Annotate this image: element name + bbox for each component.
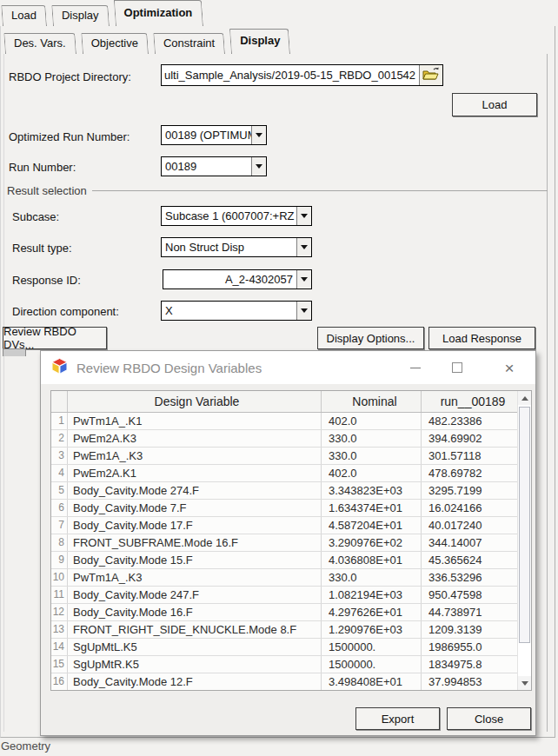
result-type-select[interactable]: Non Struct Disp bbox=[161, 237, 312, 257]
cell-run-value: 478.69782 bbox=[422, 465, 517, 481]
cell-design-variable: SgUpMtL.K5 bbox=[68, 639, 322, 655]
load-button[interactable]: Load bbox=[452, 93, 537, 116]
cell-nominal: 4.587204E+01 bbox=[322, 517, 422, 534]
cell-run-value: 1209.3139 bbox=[422, 621, 517, 638]
chevron-down-icon[interactable] bbox=[296, 302, 311, 320]
chevron-down-icon[interactable] bbox=[296, 238, 311, 256]
occluded-panel-fragment bbox=[3, 348, 26, 356]
review-rbdo-dvs-button[interactable]: Review RBDO DVs... bbox=[3, 327, 107, 349]
scroll-up-icon[interactable] bbox=[518, 391, 531, 405]
tab-des-vars[interactable]: Des. Vars. bbox=[5, 33, 76, 54]
cell-run-value: 301.57118 bbox=[422, 448, 517, 464]
subcase-label: Subcase: bbox=[12, 210, 59, 223]
row-index: 13 bbox=[51, 621, 68, 638]
tab-display-sub[interactable]: Display bbox=[231, 29, 290, 54]
row-index: 11 bbox=[51, 587, 68, 603]
cell-design-variable: FRONT_SUBFRAME.Mode 16.F bbox=[68, 534, 322, 551]
table-row[interactable]: 14 SgUpMtL.K5 1500000. 1986955.0 bbox=[51, 639, 531, 656]
row-index: 9 bbox=[51, 552, 68, 568]
cell-nominal: 1500000. bbox=[322, 656, 422, 673]
table-row[interactable]: 3 PwEm1A_.K3 330.0 301.57118 bbox=[51, 448, 531, 465]
table-row[interactable]: 6 Body_Cavity.Mode 7.F 1.634374E+01 16.0… bbox=[51, 500, 531, 517]
row-index: 14 bbox=[51, 639, 68, 655]
load-response-button[interactable]: Load Response bbox=[428, 327, 535, 349]
design-variables-table: Design Variable Nominal run__00189 1 PwT… bbox=[50, 390, 532, 691]
minimize-button[interactable] bbox=[401, 351, 430, 384]
table-row[interactable]: 15 SgUpMtR.K5 1500000. 1834975.8 bbox=[51, 656, 531, 673]
cell-run-value: 950.47598 bbox=[422, 587, 517, 603]
table-row[interactable]: 4 PwEm2A.K1 402.0 478.69782 bbox=[51, 465, 531, 482]
project-directory-field: ulti_Sample_Analysis/2019-05-15_RBDO_001… bbox=[161, 64, 443, 86]
table-row[interactable]: 12 Body_Cavity.Mode 16.F 4.297626E+01 44… bbox=[51, 604, 531, 621]
open-folder-icon bbox=[422, 67, 441, 84]
cell-nominal: 330.0 bbox=[322, 569, 422, 586]
table-row[interactable]: 9 Body_Cavity.Mode 15.F 4.036808E+01 45.… bbox=[51, 552, 531, 569]
subcase-select[interactable]: Subcase 1 (6007007:+RZ bbox=[161, 206, 312, 226]
project-directory-input[interactable]: ulti_Sample_Analysis/2019-05-15_RBDO_001… bbox=[162, 65, 419, 85]
cell-run-value: 44.738971 bbox=[422, 604, 517, 620]
cell-design-variable: Body_Cavity.Mode 16.F bbox=[68, 604, 322, 620]
cell-design-variable: PwEm2A.K3 bbox=[68, 430, 322, 447]
table-row[interactable]: 5 Body_Cavity.Mode 274.F 3.343823E+03 32… bbox=[51, 482, 531, 500]
chevron-down-icon[interactable] bbox=[251, 157, 266, 176]
cell-design-variable: Body_Cavity.Mode 274.F bbox=[68, 482, 322, 499]
scroll-down-icon[interactable] bbox=[518, 676, 531, 690]
cell-nominal: 330.0 bbox=[322, 448, 422, 464]
scrollbar-thumb[interactable] bbox=[519, 407, 530, 643]
table-row[interactable]: 8 FRONT_SUBFRAME.Mode 16.F 3.290976E+02 … bbox=[51, 534, 531, 552]
tab-load[interactable]: Load bbox=[3, 5, 47, 26]
cell-design-variable: Body_Cavity.Mode 7.F bbox=[68, 500, 322, 516]
close-icon: × bbox=[504, 360, 514, 376]
display-options-button[interactable]: Display Options... bbox=[317, 327, 424, 349]
tab-display[interactable]: Display bbox=[53, 5, 110, 26]
tab-constraint[interactable]: Constraint bbox=[155, 33, 225, 54]
tab-objective[interactable]: Objective bbox=[83, 33, 149, 54]
tab-optimization[interactable]: Optimization bbox=[116, 0, 203, 26]
optimized-run-number-label: Optimized Run Number: bbox=[9, 130, 130, 143]
cell-run-value: 1834975.8 bbox=[422, 656, 517, 673]
chevron-down-icon[interactable] bbox=[251, 126, 266, 144]
chevron-down-icon[interactable] bbox=[296, 207, 311, 225]
vertical-scrollbar[interactable] bbox=[517, 391, 531, 690]
browse-directory-button[interactable] bbox=[419, 65, 442, 85]
col-header-run: run__00189 bbox=[422, 391, 517, 412]
row-index: 6 bbox=[51, 500, 68, 516]
cell-run-value: 45.365624 bbox=[422, 552, 517, 568]
table-row[interactable]: 1 PwTm1A_.K1 402.0 482.23386 bbox=[51, 413, 531, 430]
cell-design-variable: PwEm1A_.K3 bbox=[68, 448, 322, 464]
cell-nominal: 1.290976E+03 bbox=[322, 621, 422, 638]
cell-run-value: 344.14007 bbox=[422, 534, 517, 551]
close-button[interactable]: Close bbox=[447, 707, 531, 730]
result-type-label: Result type: bbox=[12, 242, 72, 255]
response-id-select[interactable]: A_2-4302057 bbox=[163, 269, 312, 289]
table-row[interactable]: 13 FRONT_RIGHT_SIDE_KNUCKLE.Mode 8.F 1.2… bbox=[51, 621, 531, 639]
table-row[interactable]: 10 PwTm1A_.K3 330.0 336.53296 bbox=[51, 569, 531, 587]
cell-nominal: 4.036808E+01 bbox=[322, 552, 422, 568]
optimized-run-number-select[interactable]: 00189 (OPTIMUM bbox=[161, 125, 267, 145]
app-window: Load Display Optimization Des. Vars. Obj… bbox=[0, 0, 558, 756]
result-selection-group: Result selection bbox=[7, 184, 548, 197]
row-index: 7 bbox=[51, 517, 68, 534]
chevron-down-icon[interactable] bbox=[296, 270, 311, 288]
table-row[interactable]: 7 Body_Cavity.Mode 17.F 4.587204E+01 40.… bbox=[51, 517, 531, 534]
close-window-button[interactable]: × bbox=[495, 351, 524, 384]
table-row[interactable]: 16 Body_Cavity.Mode 12.F 3.498408E+01 37… bbox=[51, 673, 531, 691]
main-tab-bar: Load Display Optimization bbox=[3, 0, 203, 26]
row-index: 5 bbox=[51, 482, 68, 499]
maximize-button[interactable] bbox=[442, 351, 472, 384]
cell-run-value: 16.024166 bbox=[422, 500, 517, 516]
cell-nominal: 4.297626E+01 bbox=[322, 604, 422, 620]
col-header-design-variable: Design Variable bbox=[68, 391, 322, 412]
table-row[interactable]: 11 Body_Cavity.Mode 247.F 1.082194E+03 9… bbox=[51, 587, 531, 604]
run-number-select[interactable]: 00189 bbox=[161, 156, 267, 176]
project-directory-label: RBDO Project Directory: bbox=[9, 70, 131, 83]
direction-component-select[interactable]: X bbox=[161, 301, 312, 321]
export-button[interactable]: Export bbox=[355, 707, 440, 730]
dialog-titlebar[interactable]: Review RBDO Design Variables × bbox=[41, 351, 535, 384]
table-row[interactable]: 2 PwEm2A.K3 330.0 394.69902 bbox=[51, 430, 531, 448]
rbdo-cube-icon bbox=[51, 358, 68, 378]
minimize-icon bbox=[410, 368, 421, 368]
row-index: 15 bbox=[51, 656, 68, 673]
cell-run-value: 3295.7199 bbox=[422, 482, 517, 499]
cell-design-variable: Body_Cavity.Mode 15.F bbox=[68, 552, 322, 568]
